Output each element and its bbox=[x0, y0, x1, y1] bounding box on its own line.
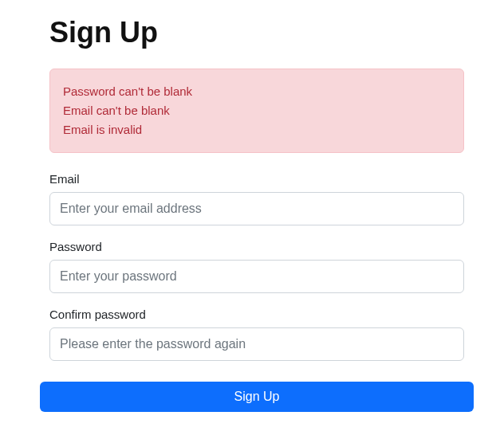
signup-button[interactable]: Sign Up bbox=[40, 382, 474, 412]
email-label: Email bbox=[49, 172, 464, 186]
error-message: Password can't be blank bbox=[63, 82, 451, 101]
page-title: Sign Up bbox=[49, 16, 464, 49]
error-message: Email is invalid bbox=[63, 120, 451, 139]
email-field[interactable] bbox=[49, 192, 464, 225]
password-field[interactable] bbox=[49, 260, 464, 293]
error-message: Email can't be blank bbox=[63, 101, 451, 120]
email-group: Email bbox=[49, 172, 464, 225]
confirm-password-field[interactable] bbox=[49, 327, 464, 361]
password-label: Password bbox=[49, 240, 464, 253]
confirm-password-label: Confirm password bbox=[49, 308, 464, 321]
error-alert: Password can't be blank Email can't be b… bbox=[49, 69, 464, 153]
password-group: Password bbox=[49, 240, 464, 293]
confirm-password-group: Confirm password bbox=[49, 308, 464, 361]
